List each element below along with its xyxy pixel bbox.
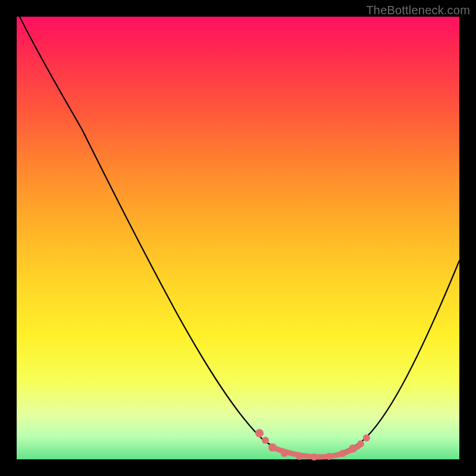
marker-dot <box>255 429 264 437</box>
marker-dot <box>281 450 288 457</box>
marker-dot <box>262 437 269 444</box>
marker-dot <box>325 453 333 460</box>
marker-dot <box>349 444 357 453</box>
watermark-text: TheBottleneck.com <box>366 4 470 17</box>
marker-dot <box>339 450 346 457</box>
marker-dot <box>268 443 277 452</box>
chart-frame: TheBottleneck.com <box>0 0 476 476</box>
marker-dot <box>296 453 303 460</box>
chart-plot-area <box>17 17 459 459</box>
marker-dot <box>357 440 364 447</box>
marker-dot <box>311 453 318 461</box>
bottleneck-curve <box>20 17 459 456</box>
chart-svg <box>17 17 459 459</box>
marker-dot <box>363 434 370 441</box>
